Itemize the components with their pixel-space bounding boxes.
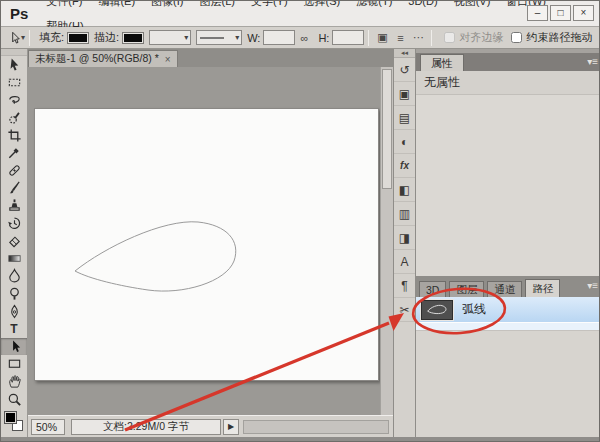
dock-panel-brushes-icon[interactable]: ▥ [394, 202, 415, 226]
tool-preset-picker[interactable]: ▾ [7, 31, 25, 45]
link-dimensions-icon[interactable]: ∞ [295, 30, 313, 46]
dock-panel-swatches-icon[interactable]: ▣ [394, 82, 415, 106]
zoom-level-field[interactable]: 50% [31, 419, 65, 435]
no-properties-text: 无属性 [416, 71, 600, 95]
width-input[interactable] [263, 30, 295, 45]
constrain-path-drag-checkbox[interactable]: 约束路径拖动 [511, 30, 592, 45]
stroke-swatch[interactable] [122, 32, 144, 44]
tool-clone-stamp[interactable] [1, 197, 27, 215]
tools-panel-grip[interactable] [1, 49, 27, 56]
path-list-item-selected[interactable]: 弧线 [416, 297, 600, 323]
fill-swatch[interactable] [67, 32, 89, 44]
tool-gradient[interactable] [1, 250, 27, 268]
dock-panel-character-icon[interactable]: A [394, 250, 415, 274]
foreground-color-swatch[interactable] [5, 412, 16, 423]
properties-panel-body: 无属性 [416, 71, 600, 277]
maximize-button[interactable]: □ [550, 5, 571, 21]
dock-panel-tool-presets-icon[interactable]: ✂ [394, 298, 415, 322]
right-panel-column: 属性 ▾≡ 无属性 3D图层通道路径 ▾≡ 弧线 [416, 49, 600, 437]
tool-healing-brush[interactable] [1, 162, 27, 180]
menu-item-layer[interactable]: 图层(L) [191, 0, 242, 7]
tool-pen[interactable] [1, 302, 27, 320]
close-button[interactable]: × [573, 5, 594, 21]
tab-layers[interactable]: 图层 [449, 281, 484, 297]
menu-item-view[interactable]: 视图(V) [446, 0, 499, 7]
path-select-tool-icon [7, 339, 22, 354]
window-controls: – □ × [527, 5, 594, 21]
horizontal-scrollbar[interactable] [243, 420, 389, 434]
tab-paths[interactable]: 路径 [525, 279, 560, 297]
tool-history-brush[interactable] [1, 214, 27, 232]
menu-item-filter[interactable]: 滤镜(T) [348, 0, 400, 7]
expand-panels-icon[interactable]: ◂◂ [394, 49, 415, 58]
menu-item-select[interactable]: 选择(S) [296, 0, 349, 7]
color-swatches-widget[interactable] [1, 410, 27, 434]
canvas-page[interactable] [34, 108, 379, 381]
menu-item-file[interactable]: 文件(F) [38, 0, 90, 7]
align-edges-checkbox[interactable]: 对齐边缘 [444, 30, 503, 45]
tab-properties[interactable]: 属性 [420, 54, 464, 71]
document-tab[interactable]: 未标题-1 @ 50%(RGB/8) * × [28, 50, 178, 67]
align-edges-checkbox-input[interactable] [444, 32, 455, 43]
marquee-tool-icon [7, 75, 22, 90]
tool-zoom[interactable] [1, 390, 27, 408]
line-style-icon [199, 35, 225, 41]
menu-item-edit[interactable]: 编辑(E) [90, 0, 143, 7]
width-label: W: [247, 32, 260, 44]
dock-panel-paragraph-icon[interactable]: ¶ [394, 274, 415, 298]
properties-panel-menu-icon[interactable]: ▾≡ [587, 56, 598, 68]
tool-hand[interactable] [1, 373, 27, 391]
tool-eyedropper[interactable] [1, 144, 27, 162]
tool-move[interactable] [1, 56, 27, 74]
dock-panel-history-icon[interactable]: ↺ [394, 58, 415, 82]
paths-panel-empty-area[interactable] [416, 379, 600, 437]
height-label: H: [318, 32, 329, 44]
dock-panel-adjustments-icon[interactable]: ◐ [394, 130, 415, 154]
tool-path-select[interactable] [1, 338, 27, 356]
path-operations-icon[interactable]: ▣ [373, 30, 391, 46]
window-bottom-edge [1, 437, 599, 441]
tool-lasso[interactable] [1, 91, 27, 109]
status-flyout-icon[interactable]: ▶ [223, 419, 239, 435]
tool-dodge[interactable] [1, 285, 27, 303]
tool-brush[interactable] [1, 179, 27, 197]
lasso-tool-icon [7, 92, 22, 107]
dock-panel-3d-material-icon[interactable]: ◧ [394, 178, 415, 202]
properties-panel-header: 属性 ▾≡ [416, 53, 600, 71]
menu-item-threed[interactable]: 3D(D) [400, 0, 445, 7]
chevron-down-icon: ▾ [184, 33, 188, 42]
height-input[interactable] [332, 30, 364, 45]
path-arrangement-icon[interactable]: ⋯ [409, 30, 427, 46]
dodge-tool-icon [7, 286, 22, 301]
menu-item-image[interactable]: 图像(I) [143, 0, 191, 7]
dock-panel-effects-icon[interactable]: fx [394, 154, 415, 178]
stroke-width-dropdown[interactable]: ▾ [149, 30, 191, 45]
vertical-scrollbar[interactable] [380, 67, 393, 415]
dock-panel-clone-source-icon[interactable]: ◨ [394, 226, 415, 250]
tool-crop[interactable] [1, 126, 27, 144]
tool-shape[interactable] [1, 355, 27, 373]
dock-panel-patterns-icon[interactable]: ▤ [394, 106, 415, 130]
path-alignment-icon[interactable]: ≡ [391, 30, 409, 46]
constrain-path-drag-checkbox-input[interactable] [511, 32, 522, 43]
canvas-pasteboard[interactable] [28, 67, 393, 415]
tab-channels[interactable]: 通道 [487, 281, 522, 297]
tab-3d[interactable]: 3D [419, 281, 446, 297]
tool-marquee[interactable] [1, 74, 27, 92]
tool-blur[interactable] [1, 267, 27, 285]
tool-quick-select[interactable] [1, 109, 27, 127]
close-document-icon[interactable]: × [165, 54, 171, 65]
minimize-button[interactable]: – [527, 5, 548, 21]
tool-options-bar: ▾ 填充: 描边: ▾ ▾ W: ∞ H: ▣ ≡ ⋯ 对齐边缘 约束路径拖动 [1, 27, 599, 49]
path-thumbnail[interactable] [421, 300, 453, 320]
menu-item-type[interactable]: 文字(Y) [243, 0, 296, 7]
paths-panel-menu-icon[interactable]: ▾≡ [587, 280, 598, 292]
separator [29, 30, 30, 46]
tool-type[interactable]: T [1, 320, 27, 338]
tool-eraser[interactable] [1, 232, 27, 250]
healing-brush-tool-icon [7, 163, 22, 178]
stroke-type-dropdown[interactable]: ▾ [196, 30, 242, 45]
vertical-scrollbar-thumb[interactable] [382, 69, 392, 189]
stroke-label: 描边: [94, 30, 119, 45]
dock-icons-list: ↺▣▤◐fx◧▥◨A¶✂ [394, 58, 415, 322]
